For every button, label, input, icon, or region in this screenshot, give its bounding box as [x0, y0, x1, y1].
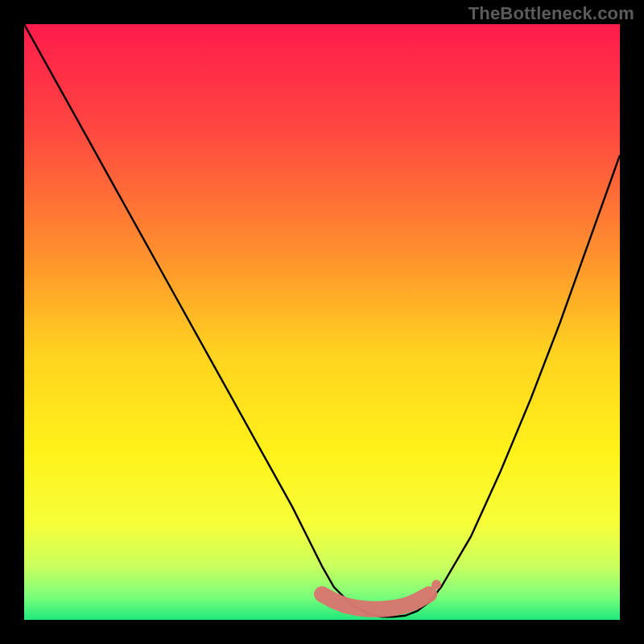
- bottleneck-curve-chart: [24, 24, 620, 620]
- gradient-background: [24, 24, 620, 620]
- chart-frame: TheBottleneck.com: [0, 0, 644, 644]
- watermark-label: TheBottleneck.com: [469, 3, 634, 24]
- plot-area: [24, 24, 620, 620]
- svg-point-0: [431, 580, 441, 589]
